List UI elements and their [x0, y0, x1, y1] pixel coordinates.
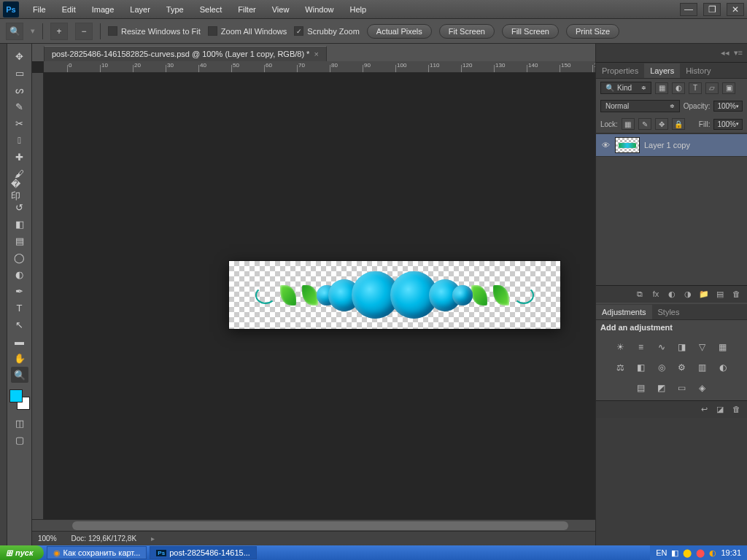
filter-shape-icon[interactable]: ▱: [705, 82, 719, 94]
posterize-icon[interactable]: ▤: [635, 381, 648, 394]
lock-pixels-icon[interactable]: ✎: [638, 118, 651, 130]
menu-help[interactable]: Help: [343, 3, 373, 16]
panel-menu-icon[interactable]: ▾≡: [734, 48, 743, 58]
eraser-tool[interactable]: ◧: [11, 216, 28, 232]
adjustments-tab[interactable]: Adjustments: [596, 305, 652, 319]
hue-sat-icon[interactable]: ▦: [716, 341, 729, 354]
print-size-button[interactable]: Print Size: [566, 24, 619, 39]
layer-filter-dropdown[interactable]: 🔍Kind≑: [600, 82, 651, 94]
foreground-color[interactable]: [9, 389, 23, 402]
threshold-icon[interactable]: ◩: [655, 381, 668, 394]
adj-menu-icon[interactable]: ↩: [697, 402, 711, 416]
menu-image[interactable]: Image: [85, 3, 121, 16]
stamp-tool[interactable]: �印: [11, 182, 28, 198]
adjustment-layer-icon[interactable]: ◑: [681, 287, 694, 300]
start-button[interactable]: ⊞пуск: [0, 545, 44, 560]
status-zoom[interactable]: 100%: [38, 534, 57, 542]
status-doc-size[interactable]: Doc: 129,6K/172,8K: [71, 534, 137, 542]
color-lookup-icon[interactable]: ▥: [696, 361, 709, 374]
actual-pixels-button[interactable]: Actual Pixels: [367, 24, 432, 39]
quick-mask-icon[interactable]: ◫: [11, 415, 28, 431]
selective-color-icon[interactable]: ◈: [696, 381, 709, 394]
delete-layer-icon[interactable]: 🗑: [729, 287, 743, 300]
adj-trash-icon[interactable]: 🗑: [729, 402, 743, 416]
menu-edit[interactable]: Edit: [55, 3, 82, 16]
layer-visibility-icon[interactable]: 👁: [600, 141, 611, 149]
fit-screen-button[interactable]: Fit Screen: [439, 24, 495, 39]
close-button[interactable]: ✕: [727, 3, 744, 16]
photo-filter-icon[interactable]: ◎: [655, 361, 668, 374]
layer-thumbnail[interactable]: [615, 137, 640, 153]
document-canvas[interactable]: [229, 261, 560, 329]
layer-name[interactable]: Layer 1 copy: [644, 141, 690, 149]
shape-tool[interactable]: ▬: [11, 333, 28, 349]
zoom-all-checkbox[interactable]: Zoom All Windows: [208, 26, 287, 36]
zoom-in-icon[interactable]: +: [50, 23, 68, 40]
menu-select[interactable]: Select: [193, 3, 229, 16]
tab-close-icon[interactable]: ×: [314, 50, 318, 58]
taskbar-item-photoshop[interactable]: Pspost-2825486-14615...: [150, 546, 257, 559]
properties-tab[interactable]: Properties: [596, 63, 644, 78]
tray-language[interactable]: EN: [656, 548, 667, 557]
history-tab[interactable]: History: [680, 63, 716, 78]
eyedropper-tool[interactable]: 𓏊: [11, 132, 28, 148]
exposure-icon[interactable]: ◨: [676, 341, 689, 354]
tray-clock[interactable]: 19:31: [721, 548, 741, 557]
scrollbar-horizontal[interactable]: [32, 519, 595, 531]
hand-tool[interactable]: ✋: [11, 350, 28, 366]
zoom-tool-icon[interactable]: 🔍: [6, 23, 23, 40]
tray-icon[interactable]: ◐: [709, 548, 716, 558]
resize-windows-checkbox[interactable]: Resize Windows to Fit: [108, 26, 201, 36]
viewport[interactable]: [44, 73, 595, 519]
filter-adjust-icon[interactable]: ◐: [672, 82, 685, 94]
curves-icon[interactable]: ∿: [655, 341, 668, 354]
blur-tool[interactable]: ◯: [11, 249, 28, 265]
invert-icon[interactable]: ◐: [716, 361, 729, 374]
color-swatches[interactable]: [9, 389, 30, 410]
marquee-tool[interactable]: ▭: [11, 65, 28, 81]
filter-type-icon[interactable]: T: [689, 82, 702, 94]
type-tool[interactable]: T: [11, 300, 28, 316]
fill-input[interactable]: 100%▾: [713, 119, 743, 130]
layers-tab[interactable]: Layers: [644, 63, 680, 78]
dodge-tool[interactable]: ◐: [11, 266, 28, 282]
layer-group-icon[interactable]: 📁: [697, 287, 711, 300]
bw-icon[interactable]: ◧: [635, 361, 648, 374]
link-layers-icon[interactable]: ⧉: [633, 287, 646, 300]
quick-select-tool[interactable]: ✎: [11, 98, 28, 114]
screen-mode-icon[interactable]: ▢: [11, 432, 28, 448]
move-tool[interactable]: ✥: [11, 48, 28, 64]
styles-tab[interactable]: Styles: [652, 305, 686, 319]
zoom-out-icon[interactable]: −: [75, 23, 93, 40]
scrubby-zoom-checkbox[interactable]: ✓Scrubby Zoom: [294, 26, 360, 36]
collapse-panels-icon[interactable]: ◂◂: [721, 48, 729, 58]
filter-image-icon[interactable]: ▦: [655, 82, 668, 94]
ruler-horizontal[interactable]: 0102030405060708090100110120130140150160: [44, 61, 595, 73]
healing-tool[interactable]: ✚: [11, 149, 28, 165]
lock-transparency-icon[interactable]: ▦: [622, 118, 635, 130]
collapsed-dock-left[interactable]: [0, 44, 7, 545]
new-layer-icon[interactable]: ▤: [713, 287, 727, 300]
gradient-tool[interactable]: ▤: [11, 233, 28, 249]
document-tab[interactable]: post-2825486-1461582825-curves.psd @ 100…: [44, 46, 327, 61]
menu-view[interactable]: View: [266, 3, 296, 16]
system-tray[interactable]: EN ◧ ⬤ ⬤ ◐ 19:31: [650, 545, 747, 560]
maximize-button[interactable]: ❐: [703, 3, 721, 16]
menu-filter[interactable]: Filter: [231, 3, 262, 16]
menu-layer[interactable]: Layer: [123, 3, 157, 16]
filter-smart-icon[interactable]: ▣: [722, 82, 735, 94]
opacity-input[interactable]: 100%▾: [713, 101, 743, 112]
adj-clip-icon[interactable]: ◪: [713, 402, 727, 416]
crop-tool[interactable]: ✂: [11, 115, 28, 131]
menu-window[interactable]: Window: [298, 3, 340, 16]
minimize-button[interactable]: —: [680, 3, 697, 16]
path-select-tool[interactable]: ↖: [11, 316, 28, 332]
layer-mask-icon[interactable]: ◐: [665, 287, 678, 300]
lock-position-icon[interactable]: ✥: [655, 118, 668, 130]
brightness-icon[interactable]: ☀: [614, 341, 627, 354]
lasso-tool[interactable]: ᔕ: [11, 82, 28, 98]
tray-icon[interactable]: ⬤: [683, 548, 692, 558]
layer-fx-icon[interactable]: fx: [649, 287, 662, 300]
channel-mixer-icon[interactable]: ⚙: [676, 361, 689, 374]
blend-mode-dropdown[interactable]: Normal≑: [600, 100, 680, 112]
